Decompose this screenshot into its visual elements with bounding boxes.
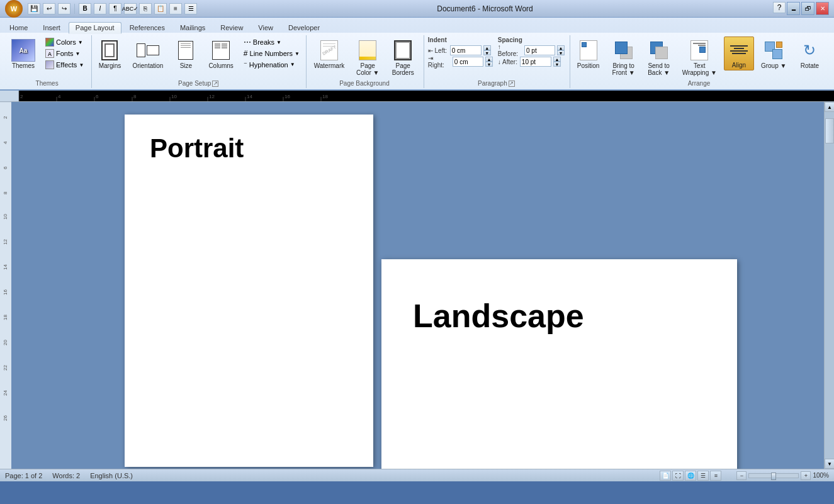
zoom-slider[interactable] — [748, 473, 799, 478]
tab-developer[interactable]: Developer — [281, 22, 327, 33]
italic-toolbar-btn[interactable]: I — [94, 3, 106, 14]
copy-toolbar-btn[interactable]: ⎘ — [139, 3, 152, 14]
tab-page-layout[interactable]: Page Layout — [69, 22, 121, 34]
save-toolbar-btn[interactable]: 💾 — [28, 3, 40, 14]
tab-references[interactable]: References — [123, 22, 172, 33]
tab-mailings[interactable]: Mailings — [173, 22, 212, 33]
left-indent-spin[interactable]: ▲ ▼ — [483, 45, 491, 55]
tab-review[interactable]: Review — [213, 22, 250, 33]
outline-btn[interactable]: ☰ — [697, 471, 709, 481]
columns-button[interactable]: Columns — [204, 36, 237, 72]
web-layout-btn[interactable]: 🌐 — [685, 471, 696, 481]
align-button[interactable]: Align — [724, 36, 754, 70]
numbering-toolbar-btn[interactable]: ☰ — [184, 3, 197, 14]
window-title: Document6 - Microsoft Word — [197, 4, 773, 13]
group-boxes — [765, 42, 782, 59]
minimize-btn[interactable]: 🗕 — [787, 2, 800, 15]
help-btn[interactable]: ? — [773, 2, 786, 13]
right-indent-spin[interactable]: ▲ ▼ — [485, 57, 493, 67]
orientation-button[interactable]: Orientation — [128, 36, 167, 72]
toolbar-divider — [74, 4, 75, 14]
effects-button[interactable]: Effects ▼ — [42, 59, 87, 70]
position-button[interactable]: Position — [572, 36, 605, 72]
al2 — [734, 48, 745, 49]
themes-button[interactable]: Aa Themes — [7, 36, 40, 72]
right-indent-input[interactable]: 0 cm — [453, 57, 483, 67]
maximize-btn[interactable]: 🗗 — [801, 2, 814, 15]
before-spacing-input[interactable]: 0 pt — [524, 45, 555, 55]
page-color-button[interactable]: PageColor ▼ — [351, 36, 384, 79]
landscape-page: Landscape — [381, 259, 737, 469]
scroll-down-btn[interactable]: ▼ — [825, 459, 834, 469]
zoom-handle[interactable] — [771, 473, 776, 480]
left-indent-up[interactable]: ▲ — [483, 45, 491, 50]
undo-toolbar-btn[interactable]: ↩ — [43, 3, 55, 14]
margins-button[interactable]: Margins — [94, 36, 125, 72]
rotate-button[interactable]: ↻ Rotate — [793, 36, 826, 72]
tab-view[interactable]: View — [251, 22, 280, 33]
tab-home[interactable]: Home — [3, 22, 35, 33]
draft-btn[interactable]: ≡ — [710, 471, 721, 481]
fonts-button[interactable]: A Fonts ▼ — [42, 48, 87, 59]
paragraph-group: Indent ⇤ Left: 0 cm ▲ ▼ — [425, 35, 570, 88]
before-down[interactable]: ▼ — [557, 50, 565, 55]
page-borders-button[interactable]: PageBorders — [386, 36, 419, 79]
left-indent-down[interactable]: ▼ — [483, 50, 491, 55]
right-indent-down[interactable]: ▼ — [485, 62, 493, 67]
language: English (U.S.) — [90, 472, 133, 479]
svg-text:12: 12 — [3, 239, 8, 245]
breaks-button[interactable]: ⋯ Breaks ▼ — [240, 36, 303, 48]
after-down[interactable]: ▼ — [553, 62, 561, 67]
indent-spacing-row: Indent ⇤ Left: 0 cm ▲ ▼ — [428, 36, 565, 67]
bullets-toolbar-btn[interactable]: ≡ — [169, 3, 182, 14]
watermark-button[interactable]: DRAFT Watermark — [310, 36, 349, 72]
svg-text:14: 14 — [3, 264, 8, 270]
after-spacing-spin[interactable]: ▲ ▼ — [553, 57, 561, 67]
scrollbar-vertical[interactable]: ▲ ▼ — [824, 102, 834, 469]
effects-dropdown-icon: ▼ — [79, 62, 84, 68]
hyphenation-button[interactable]: ⁻ Hyphenation ▼ — [240, 59, 303, 70]
format-toolbar-btn[interactable]: ¶ — [109, 3, 121, 14]
colors-button[interactable]: Colors ▼ — [42, 36, 87, 48]
send-to-back-button[interactable]: Send toBack ▼ — [643, 36, 675, 79]
redo-toolbar-btn[interactable]: ↪ — [58, 3, 70, 14]
left-indent-input[interactable]: 0 cm — [450, 45, 482, 55]
paste-toolbar-btn[interactable]: 📋 — [154, 3, 167, 14]
size-button[interactable]: Size — [170, 36, 201, 72]
bring-to-front-button[interactable]: Bring toFront ▼ — [607, 36, 640, 79]
svg-text:24: 24 — [3, 390, 8, 396]
send-back-layers — [650, 42, 668, 59]
zoom-out-btn[interactable]: − — [736, 471, 747, 480]
print-layout-btn[interactable]: 📄 — [660, 471, 671, 481]
office-button[interactable]: W — [5, 0, 23, 18]
bring-front-label: Bring toFront ▼ — [612, 62, 635, 76]
group-button[interactable]: Group ▼ — [757, 36, 791, 72]
position-label: Position — [577, 62, 600, 69]
paragraph-expand[interactable]: ↗ — [509, 81, 515, 87]
close-btn[interactable]: ✕ — [816, 2, 829, 15]
after-up[interactable]: ▲ — [553, 57, 561, 62]
columns-icon — [210, 39, 232, 62]
line-numbers-button[interactable]: # Line Numbers ▼ — [240, 48, 303, 59]
before-up[interactable]: ▲ — [557, 45, 565, 50]
group-icon — [762, 39, 786, 62]
page-setup-expand[interactable]: ↗ — [212, 81, 218, 87]
svg-text:14: 14 — [247, 94, 252, 99]
margins-line4 — [113, 43, 115, 57]
after-spacing-input[interactable]: 10 pt — [520, 57, 551, 67]
spelling-toolbar-btn[interactable]: ABC✓ — [124, 3, 137, 14]
view-buttons: 📄 ⛶ 🌐 ☰ ≡ — [660, 471, 721, 481]
scroll-thumb[interactable] — [825, 118, 834, 143]
scroll-track[interactable] — [825, 112, 834, 459]
bold-toolbar-btn[interactable]: B — [79, 3, 91, 14]
zoom-in-btn[interactable]: + — [801, 471, 811, 480]
scroll-up-btn[interactable]: ▲ — [825, 102, 834, 112]
ruler-container: 2 4 6 8 10 12 14 16 18 — [0, 91, 834, 102]
right-indent-up[interactable]: ▲ — [485, 57, 493, 62]
full-screen-btn[interactable]: ⛶ — [672, 471, 684, 481]
hyphenation-dropdown: ▼ — [290, 62, 295, 67]
tab-insert[interactable]: Insert — [36, 22, 67, 33]
page-borders-icon — [391, 39, 415, 62]
text-wrapping-button[interactable]: TextWrapping ▼ — [678, 36, 721, 79]
before-spacing-spin[interactable]: ▲ ▼ — [557, 45, 565, 55]
